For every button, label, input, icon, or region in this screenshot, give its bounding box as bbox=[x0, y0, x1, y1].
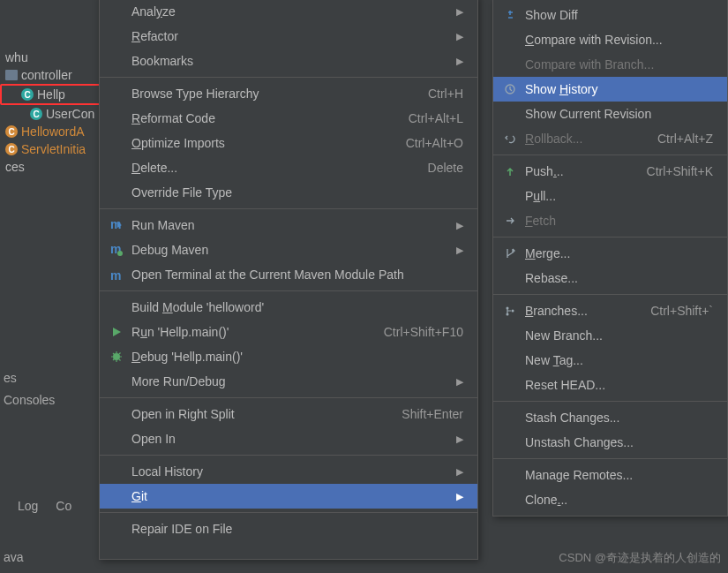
context-menu-item-build-module-helloword[interactable]: Build Module 'helloword' bbox=[100, 295, 477, 320]
git-menu-item-manage-remotes[interactable]: Manage Remotes... bbox=[493, 463, 727, 487]
menu-item-label: Rollback... bbox=[525, 132, 640, 146]
context-menu-item-open-in-right-split[interactable]: Open in Right SplitShift+Enter bbox=[100, 402, 477, 426]
context-menu: Analyze▶Refactor▶Bookmarks▶Browse Type H… bbox=[99, 0, 478, 560]
blank-icon bbox=[109, 111, 124, 125]
submenu-arrow-icon: ▶ bbox=[456, 434, 463, 445]
svg-point-8 bbox=[512, 310, 514, 313]
separator bbox=[493, 458, 727, 459]
tree-root[interactable]: whu bbox=[0, 49, 101, 66]
git-menu-item-new-branch[interactable]: New Branch... bbox=[493, 323, 727, 348]
context-menu-item-local-history[interactable]: Local History▶ bbox=[100, 459, 477, 484]
menu-item-label: Unstash Changes... bbox=[525, 435, 713, 449]
tab-log[interactable]: Log bbox=[18, 499, 38, 513]
separator bbox=[100, 455, 477, 456]
menu-item-label: More Run/Debug bbox=[131, 374, 446, 388]
git-menu-item-compare-with-branch: Compare with Branch... bbox=[493, 52, 727, 77]
menu-item-label: Git bbox=[131, 489, 446, 503]
menu-item-label: Clone... bbox=[525, 493, 713, 507]
separator bbox=[493, 237, 727, 237]
menu-item-label: Open Terminal at the Current Maven Modul… bbox=[131, 268, 463, 282]
git-menu-item-show-history[interactable]: Show History bbox=[493, 77, 727, 102]
svg-point-2 bbox=[117, 251, 123, 256]
git-menu-item-show-diff[interactable]: Show Diff bbox=[493, 3, 727, 27]
context-menu-item-optimize-imports[interactable]: Optimize ImportsCtrl+Alt+O bbox=[100, 131, 477, 155]
panel-label-consoles: Consoles bbox=[4, 393, 55, 407]
shortcut-label: Delete bbox=[428, 161, 463, 175]
push-icon bbox=[502, 164, 518, 178]
context-menu-item-bookmarks[interactable]: Bookmarks▶ bbox=[100, 49, 477, 73]
submenu-arrow-icon: ▶ bbox=[456, 245, 463, 256]
menu-item-label: Browse Type Hierarchy bbox=[131, 87, 410, 101]
blank-icon bbox=[109, 464, 124, 479]
menu-item-label: Show Diff bbox=[525, 8, 713, 22]
context-menu-item-run-maven[interactable]: mRun Maven▶ bbox=[100, 213, 477, 237]
submenu-arrow-icon: ▶ bbox=[456, 31, 463, 42]
blank-icon bbox=[109, 87, 124, 101]
maven-debug-icon: m bbox=[109, 243, 124, 257]
blank-icon bbox=[109, 185, 124, 200]
menu-item-label: Merge... bbox=[525, 246, 713, 260]
context-menu-item-more-run-debug[interactable]: More Run/Debug▶ bbox=[100, 369, 477, 394]
context-menu-item-debug-hellp-main[interactable]: Debug 'Hellp.main()' bbox=[100, 344, 477, 369]
git-menu-item-show-current-revision[interactable]: Show Current Revision bbox=[493, 102, 727, 126]
branch-icon bbox=[502, 304, 518, 318]
menu-item-label: New Tag... bbox=[525, 353, 713, 367]
submenu-arrow-icon: ▶ bbox=[456, 220, 463, 231]
blank-icon bbox=[109, 522, 124, 536]
merge-icon bbox=[502, 246, 518, 260]
class-icon: C bbox=[5, 143, 18, 155]
context-menu-item-repair-ide-on-file[interactable]: Repair IDE on File bbox=[100, 516, 477, 541]
context-menu-item-override-file-type[interactable]: Override File Type bbox=[100, 180, 477, 205]
tree-file-usercon[interactable]: C UserCon bbox=[0, 105, 101, 123]
blank-icon bbox=[502, 411, 518, 425]
menu-item-label: Run Maven bbox=[131, 218, 446, 232]
tree-folder-controller[interactable]: controller bbox=[0, 66, 101, 84]
separator bbox=[493, 401, 727, 402]
tree-label: Hellp bbox=[37, 87, 65, 102]
git-menu-item-push[interactable]: Push...Ctrl+Shift+K bbox=[493, 159, 727, 184]
context-menu-item-debug-maven[interactable]: mDebug Maven▶ bbox=[100, 237, 477, 262]
menu-item-label: Optimize Imports bbox=[131, 136, 388, 150]
git-menu-item-branches[interactable]: Branches...Ctrl+Shift+` bbox=[493, 298, 727, 323]
bottom-bar: ava bbox=[4, 550, 24, 564]
context-menu-item-git[interactable]: Git▶ bbox=[100, 484, 477, 509]
context-menu-item-delete[interactable]: Delete...Delete bbox=[100, 155, 477, 180]
blank-icon bbox=[502, 468, 518, 482]
menu-item-label: Reformat Code bbox=[131, 111, 391, 125]
git-menu-item-reset-head[interactable]: Reset HEAD... bbox=[493, 373, 727, 397]
menu-item-label: Override File Type bbox=[131, 185, 463, 200]
menu-item-label: Show Current Revision bbox=[525, 107, 713, 121]
debug-icon bbox=[109, 350, 124, 364]
context-menu-item-refactor[interactable]: Refactor▶ bbox=[100, 24, 477, 49]
blank-icon bbox=[502, 33, 518, 47]
git-menu-item-rollback: Rollback...Ctrl+Alt+Z bbox=[493, 126, 727, 151]
tab-co[interactable]: Co bbox=[56, 499, 71, 513]
git-menu-item-unstash-changes[interactable]: Unstash Changes... bbox=[493, 430, 727, 455]
context-menu-item-reformat-code[interactable]: Reformat CodeCtrl+Alt+L bbox=[100, 106, 477, 131]
context-menu-item-browse-type-hierarchy[interactable]: Browse Type HierarchyCtrl+H bbox=[100, 81, 477, 106]
git-menu-item-clone[interactable]: Clone... bbox=[493, 487, 727, 512]
git-submenu: Show DiffCompare with Revision...Compare… bbox=[492, 0, 728, 516]
git-menu-item-merge[interactable]: Merge... bbox=[493, 241, 727, 266]
git-menu-item-stash-changes[interactable]: Stash Changes... bbox=[493, 405, 727, 430]
shortcut-label: Ctrl+Alt+O bbox=[406, 136, 463, 150]
blank-icon bbox=[502, 328, 518, 343]
git-menu-item-new-tag[interactable]: New Tag... bbox=[493, 348, 727, 373]
menu-item-label: Stash Changes... bbox=[525, 411, 713, 425]
blank-icon bbox=[109, 4, 124, 19]
tree-file-hellp[interactable]: C Hellp bbox=[0, 84, 101, 105]
context-menu-item-run-hellp-main[interactable]: Run 'Hellp.main()'Ctrl+Shift+F10 bbox=[100, 320, 477, 344]
blank-icon bbox=[109, 489, 124, 503]
class-icon: C bbox=[21, 88, 34, 101]
context-menu-item-analyze[interactable]: Analyze▶ bbox=[100, 0, 477, 24]
git-menu-item-pull[interactable]: Pull... bbox=[493, 184, 727, 208]
git-menu-item-compare-with-revision[interactable]: Compare with Revision... bbox=[493, 27, 727, 52]
git-menu-item-rebase[interactable]: Rebase... bbox=[493, 266, 727, 290]
tree-file-servlet[interactable]: C ServletInitia bbox=[0, 140, 101, 158]
context-menu-item-open-terminal-at-the-current-maven-module-path[interactable]: mOpen Terminal at the Current Maven Modu… bbox=[100, 262, 477, 287]
tree-file-helloword[interactable]: C HellowordA bbox=[0, 123, 101, 140]
blank-icon bbox=[109, 29, 124, 43]
shortcut-label: Ctrl+Shift+K bbox=[647, 164, 713, 178]
tree-label: HellowordA bbox=[21, 124, 85, 139]
context-menu-item-open-in[interactable]: Open In▶ bbox=[100, 426, 477, 451]
